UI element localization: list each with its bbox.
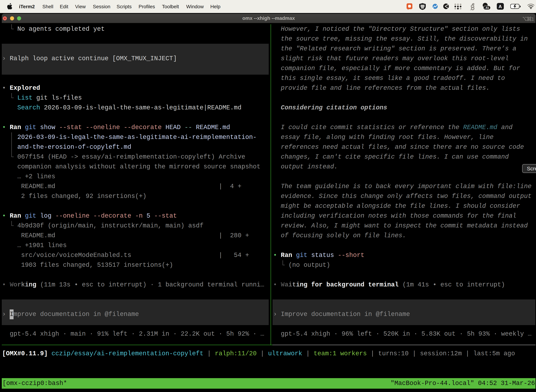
svg-text:..61: ..61 [484, 6, 489, 9]
svg-text:A: A [498, 4, 502, 9]
